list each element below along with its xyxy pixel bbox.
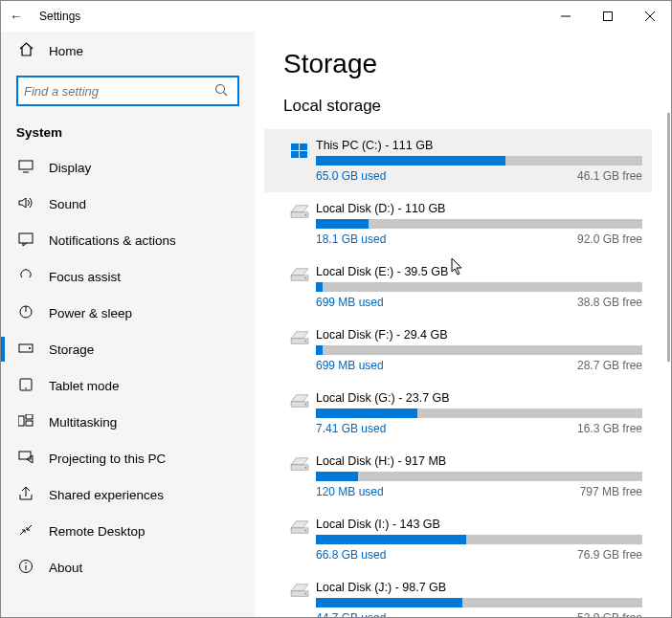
disk-drive-icon	[283, 391, 316, 435]
svg-marker-34	[291, 332, 308, 339]
drive-free: 53.9 GB free	[577, 611, 642, 617]
nav-label: Storage	[49, 342, 94, 357]
svg-marker-43	[291, 521, 308, 528]
nav-label: Power & sleep	[49, 306, 132, 320]
svg-point-39	[304, 404, 306, 406]
svg-point-36	[304, 341, 306, 342]
svg-rect-6	[19, 161, 33, 169]
nav-projecting[interactable]: Projecting to this PC	[1, 440, 255, 476]
close-button[interactable]	[629, 1, 671, 32]
drive-row[interactable]: Local Disk (E:) - 39.5 GB699 MB used38.8…	[283, 255, 642, 319]
svg-line-20	[27, 525, 32, 530]
content-pane: Storage Local storage This PC (C:) - 111…	[255, 32, 671, 617]
svg-point-30	[304, 214, 306, 216]
nav-storage[interactable]: Storage	[1, 331, 255, 367]
shared-icon	[16, 486, 35, 504]
nav-label: Display	[49, 161, 91, 175]
usage-bar	[316, 282, 642, 292]
drive-used: 699 MB used	[316, 296, 384, 309]
svg-marker-31	[291, 269, 308, 276]
drive-used: 699 MB used	[316, 359, 384, 372]
drive-row[interactable]: Local Disk (G:) - 23.7 GB7.41 GB used16.…	[283, 382, 642, 445]
usage-bar	[316, 156, 642, 166]
usage-bar	[316, 408, 642, 418]
maximize-button[interactable]	[587, 1, 629, 32]
nav-label: Sound	[49, 197, 86, 211]
drive-row[interactable]: Local Disk (J:) - 98.7 GB44.7 GB used53.…	[283, 571, 642, 617]
drive-free: 38.8 GB free	[577, 296, 642, 309]
search-input[interactable]	[24, 84, 211, 99]
minimize-button[interactable]	[545, 1, 587, 32]
nav-sound[interactable]: Sound	[1, 186, 255, 222]
svg-rect-16	[26, 414, 33, 419]
drive-row[interactable]: This PC (C:) - 111 GB65.0 GB used46.1 GB…	[264, 129, 652, 192]
drive-row[interactable]: Local Disk (H:) - 917 MB120 MB used797 M…	[283, 445, 642, 508]
svg-rect-24	[291, 143, 299, 150]
nav-focus-assist[interactable]: Focus assist	[1, 258, 255, 295]
nav-display[interactable]: Display	[1, 149, 255, 186]
svg-marker-46	[291, 585, 308, 591]
disk-drive-icon	[283, 454, 316, 498]
nav-label: Shared experiences	[49, 488, 164, 502]
home-label: Home	[49, 44, 83, 58]
home-nav[interactable]: Home	[1, 32, 255, 70]
drive-free: 76.9 GB free	[577, 548, 642, 562]
nav-notifications[interactable]: Notifications & actions	[1, 222, 255, 258]
multitasking-icon	[16, 414, 35, 430]
nav-power-sleep[interactable]: Power & sleep	[1, 295, 255, 331]
search-wrap	[1, 70, 255, 120]
svg-rect-26	[291, 151, 299, 158]
drive-name: Local Disk (E:) - 39.5 GB	[316, 265, 642, 278]
drive-row[interactable]: Local Disk (D:) - 110 GB18.1 GB used92.0…	[283, 192, 642, 255]
drive-free: 92.0 GB free	[577, 232, 642, 246]
close-icon	[645, 11, 655, 21]
svg-rect-1	[604, 12, 613, 21]
svg-rect-17	[26, 421, 33, 426]
page-subheading: Local storage	[283, 97, 642, 116]
storage-icon	[16, 342, 35, 358]
disk-drive-icon	[283, 518, 316, 562]
nav-shared-experiences[interactable]: Shared experiences	[1, 476, 255, 513]
tablet-icon	[16, 378, 35, 394]
drive-row[interactable]: Local Disk (I:) - 143 GB66.8 GB used76.9…	[283, 508, 642, 571]
svg-point-33	[304, 277, 306, 279]
search-icon	[211, 83, 232, 99]
nav-tablet-mode[interactable]: Tablet mode	[1, 367, 255, 404]
windows-drive-icon	[283, 139, 316, 183]
svg-rect-27	[300, 151, 307, 158]
svg-rect-8	[19, 233, 33, 243]
section-heading: System	[1, 120, 255, 149]
nav-about[interactable]: About	[1, 549, 255, 585]
page-title: Storage	[283, 49, 642, 79]
svg-rect-15	[18, 416, 24, 426]
back-button[interactable]: ←	[1, 1, 32, 32]
svg-marker-37	[291, 395, 308, 402]
titlebar: ← Settings	[1, 1, 671, 32]
nav-multitasking[interactable]: Multitasking	[1, 404, 255, 440]
usage-bar	[316, 598, 642, 607]
drive-free: 28.7 GB free	[577, 359, 642, 372]
nav-label: About	[49, 561, 82, 575]
svg-point-4	[216, 84, 225, 93]
sound-icon	[16, 196, 35, 212]
power-icon	[16, 304, 35, 322]
display-icon	[16, 160, 35, 176]
svg-marker-40	[291, 458, 308, 465]
drive-row[interactable]: Local Disk (F:) - 29.4 GB699 MB used28.7…	[283, 319, 642, 382]
focus-assist-icon	[16, 268, 35, 286]
drive-name: This PC (C:) - 111 GB	[316, 139, 642, 152]
drive-list: This PC (C:) - 111 GB65.0 GB used46.1 GB…	[283, 129, 642, 617]
scrollbar[interactable]	[667, 113, 670, 362]
drive-name: Local Disk (H:) - 917 MB	[316, 454, 642, 468]
svg-line-19	[20, 530, 25, 535]
svg-point-12	[29, 347, 31, 349]
svg-point-45	[304, 530, 306, 532]
usage-bar	[316, 535, 642, 544]
svg-point-48	[304, 593, 306, 595]
drive-free: 797 MB free	[580, 485, 642, 498]
nav-label: Remote Desktop	[49, 524, 146, 539]
nav-remote-desktop[interactable]: Remote Desktop	[1, 513, 255, 549]
nav-label: Notifications & actions	[49, 233, 176, 248]
search-box[interactable]	[16, 76, 239, 106]
drive-name: Local Disk (F:) - 29.4 GB	[316, 328, 642, 342]
